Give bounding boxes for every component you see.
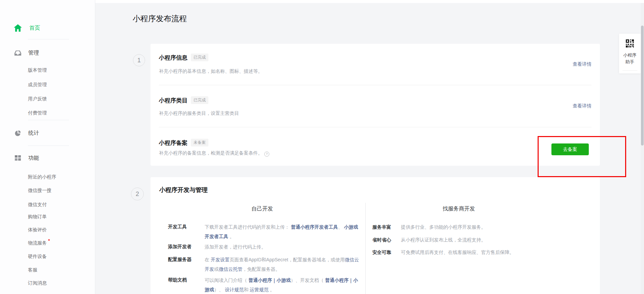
step-number-1: 1 [133, 54, 145, 66]
sidebar-item-label: 功能 [28, 155, 39, 162]
sidebar-item-version-manage[interactable]: 版本管理 [28, 66, 47, 74]
row-desc: 补充小程序的备案信息，检测是否满足备案条件。? [159, 150, 269, 157]
dev-row-desc-add-developer: 添加开发者，进行代码上传。 [205, 242, 360, 252]
dev-row-label-tools: 开发工具 [168, 224, 202, 230]
sidebar-item-subscribe-message[interactable]: 订阅消息 [28, 279, 47, 287]
step-number-2: 2 [131, 188, 144, 200]
sidebar: 首页 管理 版本管理 成员管理 用户反馈 付费管理 统计 [0, 0, 95, 294]
out-row-desc-safe-reliable: 可免费试用后再支付、在线客服响应、官方售后保障。 [401, 250, 514, 256]
column-header-self-develop: 自己开发 [159, 205, 365, 213]
column-divider [365, 203, 366, 294]
sidebar-item-label: 首页 [29, 25, 40, 32]
row-title-text: 小程序备案 [159, 140, 188, 146]
divider [28, 120, 69, 120]
inline-link[interactable]: 普通小程序开发者工具 [291, 224, 338, 230]
inline-text: 。 [228, 234, 234, 239]
row-title-text: 小程序类目 [159, 97, 188, 104]
dev-row-desc-configure-server: 在 开发设置页面查看AppID和AppSecret，配置服务器域名，或使用微信云… [205, 255, 360, 274]
section-title: 小程序开发与管理 [159, 186, 208, 194]
inline-text: ，免配置服务器。 [242, 266, 280, 272]
divider [159, 127, 591, 127]
inline-link[interactable]: 微信云托管 [219, 266, 242, 272]
inline-text: 可以阅读入门介绍（ [205, 277, 248, 283]
sidebar-item-customer-service[interactable]: 客服 [28, 265, 37, 274]
sidebar-item-wechat-pay[interactable]: 微信支付 [28, 200, 47, 209]
inline-text: 下载开发者工具进行代码的开发和上传： [205, 224, 291, 230]
assistant-widget-label: 小程序助手 [623, 52, 637, 65]
sidebar-item-stats[interactable]: 统计 [13, 127, 39, 139]
row-title-miniprogram-category: 小程序类目已完成 [159, 96, 208, 104]
row-title-miniprogram-filing: 小程序备案未备案 [159, 139, 208, 147]
inbox-icon [14, 50, 21, 56]
inline-link[interactable]: 普通小程序｜小游戏 [248, 277, 291, 283]
divider [159, 85, 591, 85]
row-title-text: 小程序信息 [159, 55, 188, 61]
divider [28, 39, 69, 39]
sidebar-item-features[interactable]: 功能 [13, 152, 39, 164]
inline-text: ）、开发文档（ [291, 277, 325, 283]
column-header-outsource: 找服务商开发 [372, 205, 545, 213]
sidebar-item-logistics-service[interactable]: 物流服务 [28, 238, 50, 247]
view-details-link[interactable]: 查看详情 [573, 103, 591, 109]
sidebar-item-label: 管理 [28, 50, 39, 57]
dev-row-label-help-docs: 帮助文档 [168, 277, 202, 283]
inline-text: 页面查看AppID和AppSecret，配置服务器域名，或使用 [230, 257, 345, 262]
top-strip [0, 0, 644, 3]
out-row-label-save-time: 省时省心 [372, 237, 391, 243]
out-row-desc-save-time: 从小程序认证到发布上线，全流程支持。 [401, 237, 486, 243]
scrollbar-thumb[interactable] [641, 26, 644, 145]
inline-link[interactable]: 设计规范 [225, 287, 244, 292]
home-icon [13, 24, 22, 32]
sidebar-item-user-feedback[interactable]: 用户反馈 [28, 94, 47, 103]
view-details-link[interactable]: 查看详情 [573, 61, 591, 67]
go-filing-button[interactable]: 去备案 [551, 143, 589, 155]
page: 首页 管理 版本管理 成员管理 用户反馈 付费管理 统计 [0, 0, 644, 294]
sidebar-item-hardware-device[interactable]: 硬件设备 [28, 252, 47, 261]
status-badge-not-filed: 未备案 [191, 139, 208, 146]
status-badge-done: 已完成 [191, 96, 208, 104]
grid-icon [14, 155, 21, 161]
inline-text: 和 [244, 287, 250, 292]
inline-text: 添加开发者，进行代码上传。 [205, 244, 266, 250]
sidebar-item-label: 统计 [28, 130, 39, 137]
qr-code-icon [619, 39, 641, 49]
dev-row-desc-tools: 下载开发者工具进行代码的开发和上传： 普通小程序开发者工具、 小游戏开发者工具 … [205, 222, 360, 241]
development-card: 小程序开发与管理 自己开发 找服务商开发 开发工具 下载开发者工具进行代码的开发… [150, 177, 600, 294]
help-question-icon[interactable]: ? [264, 152, 269, 157]
divider [622, 70, 637, 71]
pie-chart-icon [14, 130, 21, 136]
inline-text: 在 [205, 257, 211, 262]
row-desc: 补充小程序的基本信息，如名称、图标、描述等。 [159, 68, 263, 74]
dev-row-label-add-developer: 添加开发者 [168, 244, 202, 250]
inline-link[interactable]: 开发设置 [211, 257, 230, 262]
sidebar-item-home[interactable]: 首页 [13, 22, 40, 34]
divider [28, 145, 69, 146]
sidebar-item-label: 物流服务 [28, 240, 47, 246]
status-badge-done: 已完成 [191, 54, 208, 61]
sidebar-item-member-manage[interactable]: 成员管理 [28, 80, 47, 89]
sidebar-item-shopping-orders[interactable]: 购物订单 [28, 212, 47, 221]
out-row-label-rich-service: 服务丰富 [372, 224, 391, 230]
row-title-miniprogram-info: 小程序信息已完成 [159, 54, 208, 62]
new-badge-dot [48, 239, 50, 241]
dev-row-desc-help-docs: 可以阅读入门介绍（ 普通小程序｜小游戏）、开发文档（ 普通小程序｜小游戏）、 设… [205, 275, 360, 294]
sidebar-item-nearby-miniprogram[interactable]: 附近的小程序 [28, 172, 56, 181]
row-desc-text: 补充小程序的备案信息，检测是否满足备案条件。 [159, 150, 263, 156]
inline-text: ）、 [214, 287, 225, 292]
inline-text: 。 [269, 287, 275, 292]
out-row-desc-rich-service: 提供多行业、多功能的小程序开发服务。 [401, 224, 486, 230]
publish-steps-card: 小程序信息已完成 补充小程序的基本信息，如名称、图标、描述等。 查看详情 小程序… [150, 44, 600, 166]
miniprogram-assistant-widget[interactable]: 小程序助手 [619, 34, 641, 73]
inline-link[interactable]: 运营规范 [250, 287, 269, 292]
dev-row-label-configure-server: 配置服务器 [168, 257, 202, 263]
page-title: 小程序发布流程 [133, 13, 187, 24]
sidebar-item-experience-review[interactable]: 体验评价 [28, 225, 47, 234]
inline-text: 或 [214, 266, 219, 272]
row-desc: 补充小程序的服务类目，设置主营类目 [159, 110, 239, 117]
out-row-label-safe-reliable: 安全可靠 [372, 250, 391, 256]
sidebar-item-wechat-search[interactable]: 微信搜一搜 [28, 186, 52, 195]
sidebar-item-manage[interactable]: 管理 [13, 47, 39, 59]
sidebar-item-paid-manage[interactable]: 付费管理 [28, 108, 47, 117]
inline-text: 、 [338, 224, 344, 230]
